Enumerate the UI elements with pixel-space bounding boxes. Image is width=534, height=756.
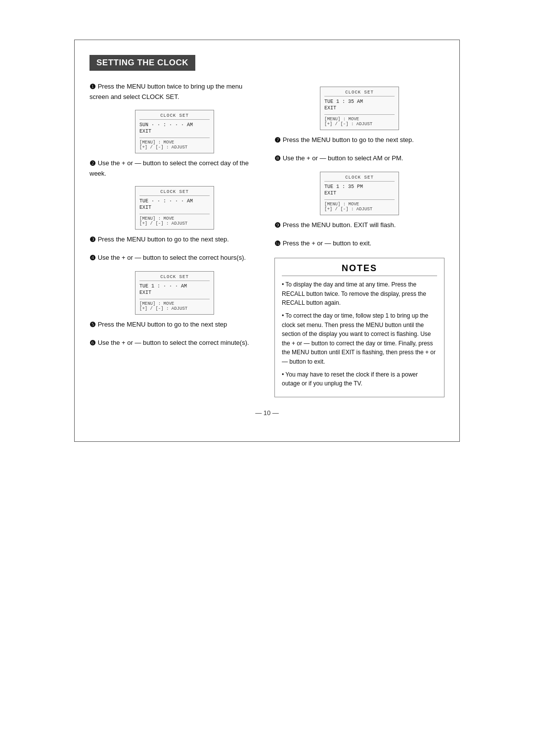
screen-4-title: CLOCK SET — [324, 90, 395, 96]
step-7: ❼ Press the MENU button to go to the nex… — [274, 135, 445, 145]
screen-3-ctrl2: [+] / [-] : ADJUST — [139, 306, 210, 311]
screen-2-row2: EXIT — [139, 204, 210, 211]
screen-1-ctrl1: [MENU] : MOVE — [139, 140, 210, 145]
step-1-text: Press the MENU button twice to bring up … — [89, 83, 242, 100]
screen-3-row1: TUE 1 : · · · AM — [139, 283, 210, 289]
screen-4-ctrl1: [MENU] : MOVE — [324, 117, 395, 122]
step-6-text: Use the + or — button to select the corr… — [98, 339, 249, 346]
step-10-number: ❿ — [274, 239, 281, 247]
screen-3-controls: [MENU] : MOVE [+] / [-] : ADJUST — [139, 299, 210, 311]
right-column: CLOCK SET TUE 1 : 35 AM EXIT [MENU] : MO… — [274, 82, 445, 397]
screen-4-controls: [MENU] : MOVE [+] / [-] : ADJUST — [324, 114, 395, 127]
note-3: You may have to reset the clock if there… — [282, 370, 437, 388]
page-number: — 10 — — [89, 409, 445, 417]
screen-3-ctrl1: [MENU] : MOVE — [139, 301, 210, 306]
note-2: To correct the day or time, follow step … — [282, 311, 437, 367]
screen-1-ctrl2: [+] / [-] : ADJUST — [139, 145, 210, 150]
step-3-text: Press the MENU button to go to the next … — [98, 236, 229, 243]
step-7-number: ❼ — [274, 136, 281, 144]
page: SETTING THE CLOCK ❶ Press the MENU butto… — [0, 0, 534, 756]
outer-border: SETTING THE CLOCK ❶ Press the MENU butto… — [74, 40, 460, 442]
step-8-number: ❽ — [274, 154, 281, 162]
screen-1-title: CLOCK SET — [139, 113, 210, 120]
screen-2-controls: [MENU] : MOVE [+] / [-] : ADJUST — [139, 214, 210, 226]
step-1-number: ❶ — [89, 83, 96, 91]
two-column-layout: ❶ Press the MENU button twice to bring u… — [89, 82, 445, 397]
step-3: ❸ Press the MENU button to go to the nex… — [89, 235, 260, 245]
content-area: SETTING THE CLOCK ❶ Press the MENU butto… — [74, 40, 460, 442]
screen-1: CLOCK SET SUN · · : · · · AM EXIT [MENU]… — [135, 110, 214, 153]
screen-4-row1: TUE 1 : 35 AM — [324, 98, 395, 105]
screen-2-ctrl1: [MENU] : MOVE — [139, 216, 210, 221]
screen-2-row1: TUE · · : · · · AM — [139, 198, 210, 204]
step-4-text: Use the + or — button to select the corr… — [98, 254, 246, 261]
step-3-number: ❸ — [89, 236, 96, 243]
notes-box: NOTES To display the day and time at any… — [274, 258, 445, 397]
step-6: ❻ Use the + or — button to select the co… — [89, 338, 260, 348]
screen-4: CLOCK SET TUE 1 : 35 AM EXIT [MENU] : MO… — [320, 87, 399, 130]
step-2-number: ❷ — [89, 159, 96, 167]
step-9: ❾ Press the MENU button. EXIT will flash… — [274, 220, 445, 231]
step-4-number: ❹ — [89, 254, 96, 262]
left-column: ❶ Press the MENU button twice to bring u… — [89, 82, 260, 397]
screen-5-controls: [MENU] : MOVE [+] / [-] : ADJUST — [324, 199, 395, 212]
screen-3-row2: EXIT — [139, 289, 210, 296]
screen-4-row2: EXIT — [324, 105, 395, 111]
screen-5-ctrl1: [MENU] : MOVE — [324, 202, 395, 207]
screen-5-row1: TUE 1 : 35 PM — [324, 184, 395, 190]
note-1: To display the day and time at any time.… — [282, 280, 437, 308]
screen-3-title: CLOCK SET — [139, 275, 210, 281]
section-title: SETTING THE CLOCK — [89, 55, 195, 71]
step-1: ❶ Press the MENU button twice to bring u… — [89, 82, 260, 102]
step-7-text: Press the MENU button to go to the next … — [283, 136, 414, 143]
screen-5: CLOCK SET TUE 1 : 35 PM EXIT [MENU] : MO… — [320, 172, 399, 215]
step-9-text: Press the MENU button. EXIT will flash. — [283, 221, 396, 229]
step-5-number: ❺ — [89, 321, 96, 329]
screen-1-row2: EXIT — [139, 128, 210, 135]
step-10-text: Press the + or — button to exit. — [283, 239, 372, 247]
screen-5-row2: EXIT — [324, 190, 395, 196]
step-8-text: Use the + or — button to select AM or PM… — [283, 154, 403, 162]
step-5-text: Press the MENU button to go to the next … — [98, 321, 227, 328]
step-9-number: ❾ — [274, 221, 281, 229]
screen-4-ctrl2: [+] / [-] : ADJUST — [324, 122, 395, 127]
screen-5-title: CLOCK SET — [324, 175, 395, 182]
step-2-text: Use the + or — button to select the corr… — [89, 159, 249, 177]
screen-5-ctrl2: [+] / [-] : ADJUST — [324, 207, 395, 212]
step-2: ❷ Use the + or — button to select the co… — [89, 158, 260, 179]
screen-3: CLOCK SET TUE 1 : · · · AM EXIT [MENU] :… — [135, 271, 214, 315]
step-6-number: ❻ — [89, 339, 96, 347]
screen-1-controls: [MENU] : MOVE [+] / [-] : ADJUST — [139, 138, 210, 150]
step-4: ❹ Use the + or — button to select the co… — [89, 253, 260, 263]
screen-1-row1: SUN · · : · · · AM — [139, 122, 210, 128]
step-8: ❽ Use the + or — button to select AM or … — [274, 153, 445, 164]
screen-2-title: CLOCK SET — [139, 189, 210, 196]
notes-title: NOTES — [282, 263, 437, 276]
screen-2-ctrl2: [+] / [-] : ADJUST — [139, 221, 210, 226]
screen-2: CLOCK SET TUE · · : · · · AM EXIT [MENU]… — [135, 186, 214, 230]
step-5: ❺ Press the MENU button to go to the nex… — [89, 320, 260, 330]
step-10: ❿ Press the + or — button to exit. — [274, 238, 445, 249]
